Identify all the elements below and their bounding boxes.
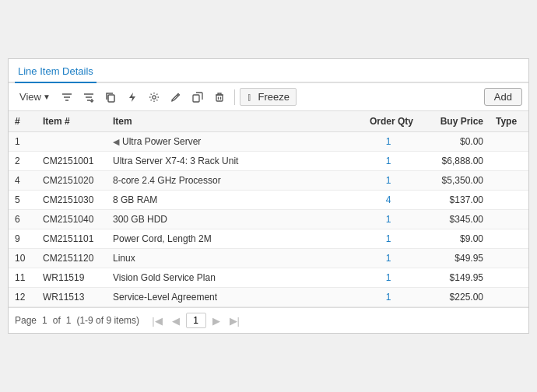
table-header-row: # Item # Item Order Qty Buy Price Type: [9, 111, 528, 132]
cell-item-num: [37, 132, 107, 152]
cell-item: ◀Ultra Power Server: [107, 132, 357, 152]
view-button[interactable]: View ▼: [15, 88, 55, 106]
table-row[interactable]: 4CM21510208-core 2.4 GHz Processor1$5,35…: [9, 171, 528, 191]
table-row[interactable]: 11WR11519Vision Gold Service Plan1$149.9…: [9, 268, 528, 288]
cell-type: [490, 288, 528, 307]
cell-order-qty: 1: [357, 268, 419, 288]
svg-line-10: [177, 95, 178, 96]
delete-button[interactable]: [209, 89, 230, 106]
cell-num: 4: [9, 171, 37, 191]
first-page-button[interactable]: |◀: [149, 313, 165, 328]
cell-buy-price: $49.95: [419, 249, 490, 268]
svg-rect-11: [193, 95, 199, 102]
cell-type: [490, 210, 528, 229]
quick-button[interactable]: [122, 89, 142, 106]
svg-rect-7: [108, 95, 114, 102]
tab-line-item-details[interactable]: Line Item Details: [15, 59, 97, 83]
items-count-label: (1-9 of 9 items): [76, 315, 139, 326]
prev-page-button[interactable]: ◀: [169, 313, 183, 328]
table-row[interactable]: 12WR11513Service-Level Agreement1$225.00: [9, 288, 528, 307]
cell-buy-price: $149.95: [419, 268, 490, 288]
last-page-button[interactable]: ▶|: [226, 313, 243, 328]
col-header-item: Item: [107, 111, 357, 132]
main-panel: Line Item Details View ▼: [8, 58, 529, 334]
cell-item-num: CM2151030: [37, 191, 107, 210]
filter-button[interactable]: [57, 89, 77, 106]
pencil-icon: [170, 92, 181, 103]
table-row[interactable]: 6CM2151040300 GB HDD1$345.00: [9, 210, 528, 229]
cell-buy-price: $5,350.00: [419, 171, 490, 191]
cell-num: 12: [9, 288, 37, 307]
cell-num: 1: [9, 132, 37, 152]
indent-icon: ◀: [113, 137, 119, 146]
cell-item: Service-Level Agreement: [107, 288, 357, 307]
table-row[interactable]: 9CM2151101Power Cord, Length 2M1$9.00: [9, 229, 528, 249]
col-header-item-num: Item #: [37, 111, 107, 132]
cell-item: 8-core 2.4 GHz Processor: [107, 171, 357, 191]
cell-type: [490, 249, 528, 268]
col-header-num: #: [9, 111, 37, 132]
cell-item-num: CM2151040: [37, 210, 107, 229]
cell-item: Linux: [107, 249, 357, 268]
filter-rows-icon: [83, 92, 94, 103]
cell-order-qty: 1: [357, 210, 419, 229]
cell-num: 5: [9, 191, 37, 210]
tab-bar: Line Item Details: [9, 59, 528, 83]
cell-buy-price: $0.00: [419, 132, 490, 152]
cell-buy-price: $225.00: [419, 288, 490, 307]
filter-icon: [61, 92, 72, 103]
cell-num: 6: [9, 210, 37, 229]
cell-item-num: CM2151020: [37, 171, 107, 191]
cell-type: [490, 229, 528, 249]
cell-order-qty: 1: [357, 229, 419, 249]
lightning-icon: [127, 92, 138, 103]
cell-order-qty: 1: [357, 249, 419, 268]
next-page-button[interactable]: ▶: [209, 313, 223, 328]
freeze-button[interactable]: ⫿ Freeze: [240, 88, 297, 106]
cell-num: 10: [9, 249, 37, 268]
page-label: Page: [15, 315, 37, 326]
trash-icon: [214, 92, 225, 103]
table-row[interactable]: 1◀Ultra Power Server1$0.00: [9, 132, 528, 152]
svg-point-9: [153, 95, 156, 98]
gear-icon: [149, 92, 160, 103]
cell-item: 8 GB RAM: [107, 191, 357, 210]
cell-order-qty: 1: [357, 152, 419, 171]
table-row[interactable]: 5CM21510308 GB RAM4$137.00: [9, 191, 528, 210]
cell-item: Ultra Server X7-4: 3 Rack Unit: [107, 152, 357, 171]
chevron-down-icon: ▼: [43, 93, 51, 101]
pagination-bar: Page 1 of 1 (1-9 of 9 items) |◀ ◀ ▶ ▶|: [9, 307, 528, 333]
col-header-order-qty: Order Qty: [357, 111, 419, 132]
line-items-table: # Item # Item Order Qty Buy Price Type 1…: [9, 111, 528, 307]
col-header-type: Type: [490, 111, 528, 132]
svg-marker-8: [129, 93, 135, 102]
copy-button[interactable]: [100, 89, 121, 106]
duplicate-button[interactable]: [188, 89, 208, 106]
cell-item-num: CM2151120: [37, 249, 107, 268]
cell-buy-price: $345.00: [419, 210, 490, 229]
cell-num: 2: [9, 152, 37, 171]
duplicate-icon: [192, 92, 203, 103]
add-button[interactable]: Add: [484, 88, 522, 106]
view-label: View: [19, 91, 41, 103]
cell-buy-price: $6,888.00: [419, 152, 490, 171]
cell-item-num: WR11519: [37, 268, 107, 288]
page-current-display: 1: [42, 315, 47, 326]
cell-order-qty: 1: [357, 132, 419, 152]
cell-item-num: CM2151101: [37, 229, 107, 249]
edit-button[interactable]: [166, 89, 186, 106]
cell-num: 9: [9, 229, 37, 249]
table-row[interactable]: 10CM2151120Linux1$49.95: [9, 249, 528, 268]
cell-order-qty: 1: [357, 288, 419, 307]
toolbar: View ▼: [9, 83, 528, 111]
settings-button[interactable]: [144, 89, 164, 106]
cell-type: [490, 132, 528, 152]
filter-rows-button[interactable]: [79, 89, 99, 106]
cell-item: Power Cord, Length 2M: [107, 229, 357, 249]
page-number-input[interactable]: [186, 313, 206, 328]
of-label: of: [53, 315, 61, 326]
freeze-label: Freeze: [258, 91, 289, 103]
cell-num: 11: [9, 268, 37, 288]
page-total: 1: [66, 315, 72, 326]
table-row[interactable]: 2CM2151001Ultra Server X7-4: 3 Rack Unit…: [9, 152, 528, 171]
